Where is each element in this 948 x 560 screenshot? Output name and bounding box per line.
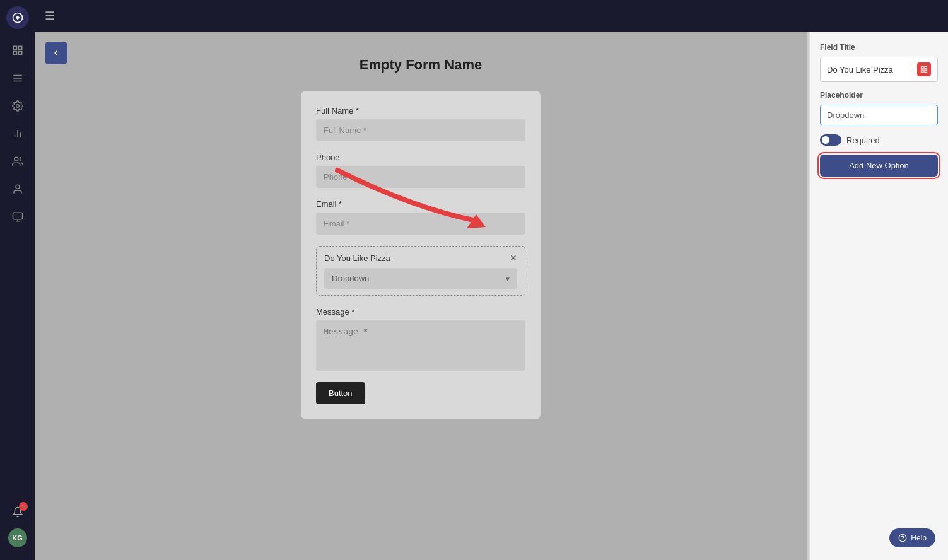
full-name-field-group: Full Name * <box>316 106 525 141</box>
dropdown-close-icon[interactable]: ✕ <box>510 253 517 263</box>
field-title-input[interactable]: Do You Like Pizza <box>820 57 938 82</box>
sidebar-item-chart[interactable] <box>6 122 29 145</box>
app-logo <box>6 6 29 29</box>
svg-rect-4 <box>18 52 21 55</box>
dropdown-field-header: Do You Like Pizza ✕ <box>324 253 517 263</box>
topbar: ☰ <box>35 0 948 32</box>
submit-button[interactable]: Button <box>316 382 365 404</box>
full-name-label: Full Name * <box>316 106 525 115</box>
notification-icon[interactable]: 1 <box>6 501 29 523</box>
field-title-value: Do You Like Pizza <box>827 65 917 74</box>
sidebar-item-users[interactable] <box>6 150 29 173</box>
svg-rect-3 <box>13 52 16 55</box>
avatar[interactable]: KG <box>8 528 27 547</box>
sidebar-item-settings[interactable] <box>6 95 29 117</box>
svg-rect-2 <box>18 46 21 49</box>
email-field-group: Email * <box>316 199 525 235</box>
sidebar-item-screen[interactable] <box>6 206 29 228</box>
help-label: Help <box>911 534 927 542</box>
notification-badge: 1 <box>19 502 28 511</box>
svg-rect-20 <box>922 70 924 73</box>
sidebar-item-layout[interactable] <box>6 39 29 62</box>
right-panel: Field Title Do You Like Pizza Placeholde… <box>809 32 948 560</box>
svg-rect-1 <box>13 46 16 49</box>
field-title-group: Field Title Do You Like Pizza <box>820 43 938 82</box>
required-label: Required <box>846 136 880 145</box>
dropdown-select-wrapper: Dropdown <box>324 268 517 289</box>
phone-label: Phone <box>316 153 525 162</box>
placeholder-group: Placeholder <box>820 91 938 125</box>
dropdown-field-group: Do You Like Pizza ✕ Dropdown <box>316 246 525 296</box>
svg-point-13 <box>16 185 20 189</box>
full-name-input[interactable] <box>316 119 525 141</box>
field-title-icon[interactable] <box>917 62 931 76</box>
svg-point-8 <box>16 105 19 108</box>
help-button[interactable]: Help <box>889 528 935 547</box>
page-title: Empty Form Name <box>360 57 482 73</box>
svg-rect-18 <box>922 67 924 69</box>
main-area: ☰ Empty Form Name Full Name * Phone <box>35 0 948 560</box>
required-row: Required <box>820 134 938 146</box>
svg-rect-19 <box>925 67 927 69</box>
email-label: Email * <box>316 199 525 209</box>
add-option-button[interactable]: Add New Option <box>820 155 938 177</box>
dropdown-select[interactable]: Dropdown <box>324 268 517 289</box>
form-container: Full Name * Phone Email * Do You Like Pi <box>301 91 541 419</box>
content-area: Empty Form Name Full Name * Phone Email … <box>35 32 948 560</box>
sidebar-item-person[interactable] <box>6 178 29 201</box>
hamburger-icon[interactable]: ☰ <box>45 9 55 23</box>
sidebar-item-list[interactable] <box>6 67 29 90</box>
sidebar: 1 KG <box>0 0 35 560</box>
message-field-group: Message * <box>316 307 525 371</box>
form-canvas: Empty Form Name Full Name * Phone Email … <box>35 32 807 560</box>
dropdown-field-title: Do You Like Pizza <box>324 254 390 263</box>
phone-field-group: Phone <box>316 153 525 188</box>
required-toggle[interactable] <box>820 134 841 146</box>
message-label: Message * <box>316 307 525 317</box>
svg-rect-14 <box>13 213 22 219</box>
sidebar-bottom: 1 KG <box>6 501 29 554</box>
message-input[interactable] <box>316 320 525 371</box>
field-title-label: Field Title <box>820 43 938 52</box>
placeholder-label: Placeholder <box>820 91 938 100</box>
svg-point-12 <box>14 157 18 161</box>
placeholder-input[interactable] <box>820 105 938 125</box>
back-button[interactable] <box>45 42 67 64</box>
email-input[interactable] <box>316 213 525 235</box>
phone-input[interactable] <box>316 166 525 188</box>
svg-rect-21 <box>925 70 927 73</box>
